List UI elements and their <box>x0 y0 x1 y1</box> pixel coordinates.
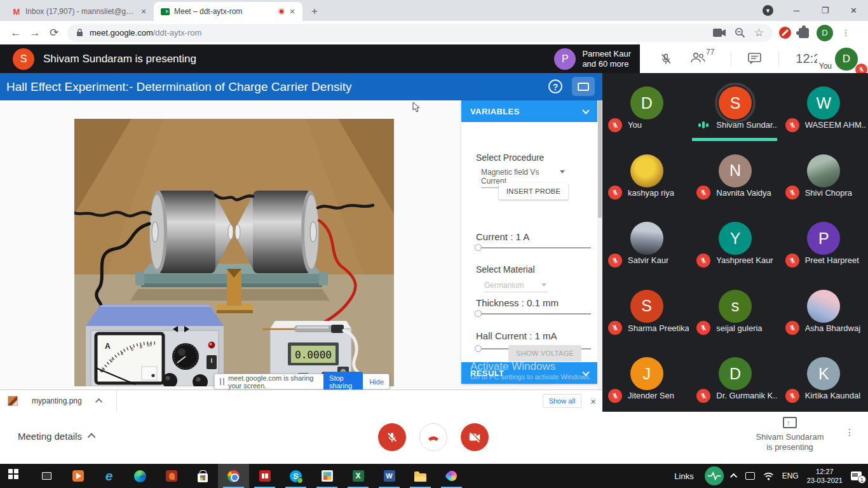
photos-app-icon[interactable] <box>311 464 342 488</box>
shared-screen-stage: Hall Effect Experiment:- Determination o… <box>0 73 602 412</box>
participant-tile[interactable]: Satvir Kaur <box>602 208 691 276</box>
mic-muted-badge <box>608 186 622 200</box>
mic-muted-badge <box>696 321 710 335</box>
window-close-button[interactable]: ✕ <box>839 0 868 21</box>
people-icon <box>689 51 706 64</box>
people-count: 77 <box>706 48 714 57</box>
health-app-tray-icon[interactable] <box>705 466 724 485</box>
edge-icon[interactable] <box>125 464 156 488</box>
skype-icon[interactable]: S <box>280 464 311 488</box>
paint3d-icon[interactable] <box>436 464 467 488</box>
people-count-group[interactable]: 77 <box>689 51 714 67</box>
forward-button[interactable]: → <box>25 27 44 39</box>
participant-tile[interactable]: NNavnita Vaidya <box>691 141 779 209</box>
participant-tile[interactable]: SSharma Preetika <box>602 276 691 344</box>
camera-toggle-button[interactable] <box>461 423 489 451</box>
participant-tile[interactable]: PPreet Harpreet <box>780 208 868 276</box>
bookmark-star-icon[interactable]: ☆ <box>754 26 764 39</box>
new-tab-button[interactable]: + <box>306 3 323 20</box>
back-button[interactable]: ← <box>6 27 25 39</box>
activate-windows-watermark: Activate Windows <box>470 360 555 373</box>
participant-tile[interactable]: DYou <box>602 73 691 141</box>
wifi-icon[interactable] <box>763 472 774 480</box>
participant-tile[interactable]: kashyap riya <box>602 141 691 209</box>
participant-summary-tile[interactable]: P Parneet Kaurand 60 more <box>554 48 640 70</box>
notification-center-icon[interactable]: 1 <box>851 471 862 480</box>
file-explorer-icon[interactable] <box>405 464 436 488</box>
participant-name: Dr. Gurmanik K... <box>716 391 777 400</box>
participant-tile[interactable]: Asha Bhardwaj <box>780 276 868 344</box>
fullscreen-button[interactable] <box>572 77 595 96</box>
browser-profile-avatar[interactable]: D <box>817 25 833 41</box>
window-menu-button[interactable]: ▼ <box>754 0 782 21</box>
mic-muted-badge <box>785 254 799 268</box>
participant-tile[interactable]: SShivam Sundar... <box>691 73 779 141</box>
participant-tile[interactable]: Shivi Chopra <box>780 141 868 209</box>
extensions-icon[interactable] <box>799 28 809 38</box>
download-expand-icon[interactable] <box>95 398 102 405</box>
participant-avatar: P <box>554 48 576 70</box>
help-icon[interactable]: ? <box>548 79 562 93</box>
links-toolbar-label[interactable]: Links <box>674 471 693 481</box>
participant-tile[interactable]: WWASEEM AHM... <box>780 73 868 141</box>
participant-tile[interactable]: DDr. Gurmanik K... <box>691 344 779 412</box>
browser-tab-gmail[interactable]: M Inbox (17,907) - mannsliet@gma × <box>5 2 154 21</box>
window-maximize-button[interactable]: ❐ <box>811 0 839 21</box>
participant-tile[interactable]: KKirtika Kaundal <box>780 344 868 412</box>
hide-toast-link[interactable]: Hide <box>369 378 384 386</box>
present-screen-icon[interactable] <box>783 417 797 428</box>
participant-tile[interactable]: JJitender Sen <box>602 344 691 412</box>
analog-ammeter: A 0 2 4 6 8 10 <box>96 334 163 384</box>
meeting-details-button[interactable]: Meeting details <box>18 431 95 442</box>
microsoft-store-icon[interactable] <box>187 464 218 488</box>
reload-button[interactable]: ⟳ <box>44 26 64 39</box>
participant-tile[interactable]: sseijal guleria <box>691 276 779 344</box>
browser-tab-meet[interactable]: Meet – ddt-aytx-rom × <box>154 2 302 21</box>
thickness-slider-thumb[interactable] <box>475 310 482 317</box>
thickness-slider[interactable] <box>476 313 591 315</box>
show-all-downloads-button[interactable]: Show all <box>543 394 582 408</box>
chat-icon[interactable] <box>748 53 762 65</box>
participant-tile[interactable]: YYashpreet Kaur <box>691 208 779 276</box>
participant-avatar: W <box>807 86 840 119</box>
presenting-banner: S Shivam Sundaram is presenting P Parnee… <box>0 44 868 73</box>
media-player-icon[interactable] <box>62 464 93 488</box>
pause-sharing-icon[interactable] <box>220 378 224 385</box>
tab-close-icon[interactable]: × <box>139 6 149 17</box>
taskbar-clock[interactable]: 12:27 23-03-2021 <box>807 467 843 485</box>
download-bar-close-icon[interactable]: × <box>590 396 596 407</box>
more-options-icon[interactable]: ⋮ <box>845 431 854 434</box>
participant-name: Sharma Preetika <box>628 323 689 333</box>
download-filename[interactable]: mypanting.png <box>32 396 82 405</box>
language-indicator[interactable]: ENG <box>782 471 799 480</box>
red-app-icon[interactable] <box>156 464 187 488</box>
mic-toggle-button[interactable] <box>378 423 406 451</box>
meeting-details-label: Meeting details <box>18 431 82 442</box>
display-tray-icon[interactable] <box>745 472 755 480</box>
tray-expand-icon[interactable] <box>730 473 737 480</box>
adblock-extension-icon[interactable] <box>779 27 791 39</box>
current-slider-thumb[interactable] <box>475 244 482 251</box>
excel-icon[interactable]: X <box>342 464 374 488</box>
chrome-icon[interactable] <box>218 464 249 488</box>
red-book-app-icon[interactable] <box>249 464 280 488</box>
insert-probe-button[interactable]: INSERT PROBE <box>499 183 568 200</box>
window-minimize-button[interactable]: ─ <box>782 0 811 21</box>
hall-current-slider-thumb[interactable] <box>475 345 482 352</box>
zoom-out-icon[interactable] <box>735 27 745 38</box>
start-button[interactable] <box>0 464 31 488</box>
tab-close-icon[interactable]: × <box>287 6 297 17</box>
page-scrollbar[interactable] <box>597 100 602 390</box>
current-slider[interactable] <box>476 247 591 248</box>
stop-sharing-button[interactable]: Stop sharing <box>323 372 363 392</box>
self-view-tile[interactable]: You D <box>817 44 868 73</box>
word-icon[interactable]: W <box>374 464 405 488</box>
task-view-icon[interactable] <box>31 464 62 488</box>
variables-panel-header[interactable]: VARIABLES <box>461 100 597 122</box>
browser-menu-icon[interactable]: ⋮ <box>841 32 851 34</box>
internet-explorer-icon[interactable]: e <box>93 464 125 488</box>
speaking-indicator-icon <box>696 118 710 132</box>
url-field[interactable]: meet.google.com/ddt-aytx-rom ☆ <box>67 24 773 42</box>
end-call-button[interactable] <box>419 423 447 451</box>
participant-grid: DYouSShivam Sundar...WWASEEM AHM...kashy… <box>602 73 868 412</box>
